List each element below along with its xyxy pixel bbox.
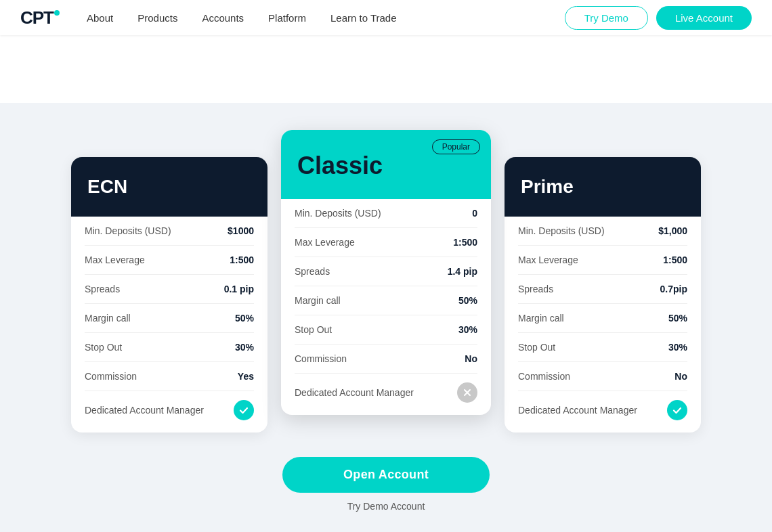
prime-label-spreads: Spreads <box>518 284 553 294</box>
classic-value-stopout: 30% <box>458 324 477 335</box>
main-content: ECN Min. Deposits (USD) $1000 Max Levera… <box>0 103 772 532</box>
ecn-value-commission: Yes <box>238 371 254 382</box>
prime-row-commission: Commission No <box>518 362 687 391</box>
classic-value-commission: No <box>465 353 477 364</box>
classic-card: Popular Classic Min. Deposits (USD) 0 Ma… <box>281 130 491 415</box>
ecn-title: ECN <box>87 176 127 198</box>
ecn-label-dam: Dedicated Account Manager <box>85 405 204 416</box>
nav-accounts[interactable]: Accounts <box>202 12 244 24</box>
prime-label-leverage: Max Leverage <box>518 254 578 265</box>
open-account-button[interactable]: Open Account <box>282 457 490 493</box>
prime-row-spreads: Spreads 0.7pip <box>518 275 687 304</box>
prime-label-stopout: Stop Out <box>518 342 555 353</box>
prime-row-margin: Margin call 50% <box>518 304 687 333</box>
try-demo-account-link[interactable]: Try Demo Account <box>347 501 425 512</box>
ecn-card: ECN Min. Deposits (USD) $1000 Max Levera… <box>71 157 267 433</box>
classic-title: Classic <box>297 152 475 180</box>
prime-value-leverage: 1:500 <box>663 254 687 265</box>
ecn-row-commission: Commission Yes <box>85 362 254 391</box>
nav-about[interactable]: About <box>87 12 113 24</box>
ecn-row-stopout: Stop Out 30% <box>85 333 254 362</box>
classic-label-margin: Margin call <box>295 295 341 306</box>
logo-dot <box>54 10 60 16</box>
ecn-row-leverage: Max Leverage 1:500 <box>85 246 254 275</box>
classic-row-spreads: Spreads 1.4 pip <box>295 257 477 286</box>
ecn-check-dam <box>234 400 254 420</box>
prime-row-min-deposit: Min. Deposits (USD) $1,000 <box>518 217 687 246</box>
prime-label-margin: Margin call <box>518 313 564 324</box>
ecn-row-spreads: Spreads 0.1 pip <box>85 275 254 304</box>
ecn-label-margin: Margin call <box>85 313 131 324</box>
prime-title: Prime <box>521 176 574 198</box>
live-account-button[interactable]: Live Account <box>656 6 752 30</box>
hero-area <box>0 35 772 103</box>
try-demo-button[interactable]: Try Demo <box>565 6 648 30</box>
classic-value-leverage: 1:500 <box>453 237 477 248</box>
nav-links: About Products Accounts Platform Learn t… <box>87 12 565 24</box>
ecn-row-dam: Dedicated Account Manager <box>85 391 254 433</box>
nav-actions: Try Demo Live Account <box>565 6 752 30</box>
logo-text: CPT <box>20 7 53 28</box>
classic-x-dam <box>457 382 477 403</box>
popular-badge: Popular <box>432 139 480 154</box>
ecn-header: ECN <box>71 157 267 217</box>
prime-value-commission: No <box>674 371 687 382</box>
classic-header: Popular Classic <box>281 130 491 199</box>
ecn-rows: Min. Deposits (USD) $1000 Max Leverage 1… <box>71 217 267 433</box>
classic-rows: Min. Deposits (USD) 0 Max Leverage 1:500… <box>281 199 491 415</box>
prime-card: Prime Min. Deposits (USD) $1,000 Max Lev… <box>505 157 701 433</box>
ecn-value-min-deposit: $1000 <box>228 225 254 236</box>
ecn-value-margin: 50% <box>235 313 254 324</box>
ecn-label-commission: Commission <box>85 371 137 382</box>
prime-value-min-deposit: $1,000 <box>658 225 687 236</box>
prime-header: Prime <box>505 157 701 217</box>
prime-value-spreads: 0.7pip <box>660 284 687 294</box>
nav-products[interactable]: Products <box>137 12 177 24</box>
classic-value-spreads: 1.4 pip <box>448 266 477 277</box>
ecn-row-min-deposit: Min. Deposits (USD) $1000 <box>85 217 254 246</box>
ecn-label-stopout: Stop Out <box>85 342 122 353</box>
navbar: CPT About Products Accounts Platform Lea… <box>0 0 772 35</box>
classic-label-min-deposit: Min. Deposits (USD) <box>295 208 381 219</box>
prime-label-dam: Dedicated Account Manager <box>518 405 637 416</box>
classic-value-margin: 50% <box>458 295 477 306</box>
classic-label-stopout: Stop Out <box>295 324 332 335</box>
nav-learn[interactable]: Learn to Trade <box>330 12 397 24</box>
prime-value-margin: 50% <box>668 313 687 324</box>
classic-row-margin: Margin call 50% <box>295 286 477 315</box>
classic-row-commission: Commission No <box>295 345 477 374</box>
prime-label-commission: Commission <box>518 371 570 382</box>
cards-container: ECN Min. Deposits (USD) $1000 Max Levera… <box>41 130 731 433</box>
nav-platform[interactable]: Platform <box>268 12 306 24</box>
prime-row-dam: Dedicated Account Manager <box>518 391 687 433</box>
logo: CPT <box>20 7 60 28</box>
classic-value-min-deposit: 0 <box>472 208 477 219</box>
cta-section: Open Account Try Demo Account <box>41 457 731 512</box>
prime-row-leverage: Max Leverage 1:500 <box>518 246 687 275</box>
ecn-row-margin: Margin call 50% <box>85 304 254 333</box>
ecn-value-stopout: 30% <box>235 342 254 353</box>
ecn-label-leverage: Max Leverage <box>85 254 145 265</box>
classic-row-leverage: Max Leverage 1:500 <box>295 228 477 257</box>
classic-label-spreads: Spreads <box>295 266 330 277</box>
classic-row-dam: Dedicated Account Manager <box>295 374 477 415</box>
classic-label-leverage: Max Leverage <box>295 237 355 248</box>
prime-value-stopout: 30% <box>668 342 687 353</box>
classic-row-stopout: Stop Out 30% <box>295 315 477 345</box>
prime-row-stopout: Stop Out 30% <box>518 333 687 362</box>
ecn-label-spreads: Spreads <box>85 284 120 294</box>
ecn-label-min-deposit: Min. Deposits (USD) <box>85 225 171 236</box>
prime-rows: Min. Deposits (USD) $1,000 Max Leverage … <box>505 217 701 433</box>
prime-check-dam <box>667 400 687 420</box>
prime-label-min-deposit: Min. Deposits (USD) <box>518 225 605 236</box>
classic-row-min-deposit: Min. Deposits (USD) 0 <box>295 199 477 228</box>
classic-label-dam: Dedicated Account Manager <box>295 387 414 398</box>
ecn-value-leverage: 1:500 <box>230 254 254 265</box>
ecn-value-spreads: 0.1 pip <box>224 284 254 294</box>
classic-label-commission: Commission <box>295 353 347 364</box>
